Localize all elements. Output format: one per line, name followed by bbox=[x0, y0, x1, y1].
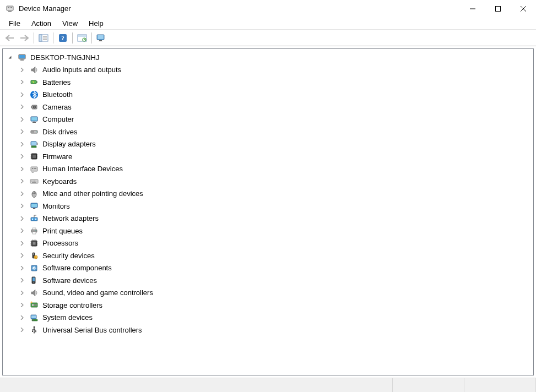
tree-category-node[interactable]: Universal Serial Bus controllers bbox=[6, 324, 530, 336]
tree-category-node[interactable]: Network adapters bbox=[6, 213, 530, 225]
svg-rect-102 bbox=[78, 35, 86, 37]
expand-icon[interactable] bbox=[18, 140, 26, 148]
expand-icon[interactable] bbox=[18, 252, 26, 259]
tree-category-label: Software components bbox=[42, 264, 112, 272]
tree-category-node[interactable]: Software components bbox=[6, 262, 530, 275]
tree-category-label: Bluetooth bbox=[42, 90, 73, 99]
tree-category-node[interactable]: Processors bbox=[6, 237, 530, 250]
tree-category-node[interactable]: Monitors bbox=[6, 200, 530, 213]
menu-help[interactable]: Help bbox=[83, 18, 109, 29]
tree-category-label: Batteries bbox=[42, 78, 71, 86]
tree-category-node[interactable]: Security devices bbox=[6, 249, 530, 262]
expand-icon[interactable] bbox=[18, 314, 26, 322]
devices-and-printers-button[interactable] bbox=[95, 31, 108, 45]
software-component-icon bbox=[29, 263, 39, 273]
device-tree[interactable]: DESKTOP-TNGJNHJAudio inputs and outputsB… bbox=[2, 48, 534, 375]
expand-icon[interactable] bbox=[18, 215, 26, 222]
back-button[interactable] bbox=[3, 31, 17, 45]
toolbar-separator bbox=[34, 32, 34, 43]
app-icon bbox=[6, 4, 14, 13]
expand-icon[interactable] bbox=[18, 227, 26, 235]
speaker-icon bbox=[29, 288, 39, 298]
svg-rect-107 bbox=[99, 41, 102, 41]
bluetooth-icon bbox=[29, 90, 39, 100]
tree-category-node[interactable]: Firmware bbox=[6, 150, 530, 163]
tree-category-label: Monitors bbox=[42, 202, 70, 210]
tree-category-node[interactable]: Computer bbox=[6, 113, 530, 126]
show-hide-tree-button[interactable] bbox=[37, 31, 50, 45]
tree-category-label: Disk drives bbox=[42, 128, 78, 136]
tree-category-label: Software devices bbox=[42, 276, 97, 285]
svg-rect-105 bbox=[98, 35, 104, 39]
tree-category-node[interactable]: Storage controllers bbox=[6, 299, 530, 312]
tree-category-label: Print queues bbox=[42, 227, 83, 235]
expand-icon[interactable] bbox=[18, 91, 26, 99]
svg-rect-86 bbox=[7, 6, 13, 10]
tree-category-node[interactable]: Human Interface Devices bbox=[6, 163, 530, 176]
titlebar: Device Manager bbox=[0, 0, 536, 18]
svg-rect-91 bbox=[496, 6, 501, 11]
tree-category-node[interactable]: Cameras bbox=[6, 101, 530, 113]
forward-button[interactable] bbox=[18, 31, 31, 45]
window-title: Device Manager bbox=[19, 4, 71, 13]
toolbar: ? bbox=[0, 30, 536, 46]
minimize-button[interactable] bbox=[460, 0, 485, 17]
expand-icon[interactable] bbox=[18, 177, 26, 185]
statusbar bbox=[0, 378, 536, 392]
tree-category-node[interactable]: Software devices bbox=[6, 274, 530, 287]
printer-icon bbox=[29, 226, 39, 236]
menu-file[interactable]: File bbox=[3, 18, 26, 29]
svg-rect-95 bbox=[39, 35, 42, 41]
tree-category-node[interactable]: Batteries bbox=[6, 76, 530, 89]
tree-category-node[interactable]: Sound, video and game controllers bbox=[6, 287, 530, 300]
collapse-icon[interactable] bbox=[6, 53, 14, 61]
disk-icon bbox=[29, 127, 39, 137]
battery-icon bbox=[29, 77, 39, 87]
usb-icon bbox=[29, 325, 39, 335]
expand-icon[interactable] bbox=[18, 78, 26, 86]
expand-icon[interactable] bbox=[18, 326, 26, 334]
help-button[interactable]: ? bbox=[56, 31, 69, 45]
tree-category-node[interactable]: Audio inputs and outputs bbox=[6, 64, 530, 77]
tree-category-node[interactable]: System devices bbox=[6, 312, 530, 324]
keyboard-icon bbox=[29, 176, 39, 186]
software-device-icon bbox=[29, 275, 39, 285]
tree-category-node[interactable]: Mice and other pointing devices bbox=[6, 188, 530, 200]
menu-action[interactable]: Action bbox=[26, 18, 57, 29]
expand-icon[interactable] bbox=[18, 165, 26, 173]
expand-icon[interactable] bbox=[18, 103, 26, 111]
system-device-icon bbox=[29, 313, 39, 323]
hid-icon bbox=[29, 164, 39, 174]
menubar: File Action View Help bbox=[0, 18, 536, 30]
expand-icon[interactable] bbox=[18, 66, 26, 74]
scan-hardware-button[interactable] bbox=[75, 31, 89, 45]
tree-category-label: System devices bbox=[42, 313, 93, 322]
toolbar-separator bbox=[53, 32, 53, 43]
expand-icon[interactable] bbox=[18, 153, 26, 160]
expand-icon[interactable] bbox=[18, 289, 26, 297]
expand-icon[interactable] bbox=[18, 128, 26, 135]
expand-icon[interactable] bbox=[18, 264, 26, 272]
svg-rect-106 bbox=[99, 40, 102, 41]
tree-category-node[interactable]: Disk drives bbox=[6, 126, 530, 138]
menu-view[interactable]: View bbox=[57, 18, 83, 29]
tree-category-node[interactable]: Keyboards bbox=[6, 175, 530, 188]
tree-category-node[interactable]: Print queues bbox=[6, 225, 530, 237]
monitor-icon bbox=[29, 115, 39, 124]
expand-icon[interactable] bbox=[18, 202, 26, 210]
maximize-button[interactable] bbox=[485, 0, 511, 17]
tree-category-label: Audio inputs and outputs bbox=[42, 66, 121, 74]
tree-category-node[interactable]: Bluetooth bbox=[6, 89, 530, 101]
tree-root-node[interactable]: DESKTOP-TNGJNHJ bbox=[6, 51, 530, 64]
expand-icon[interactable] bbox=[18, 239, 26, 247]
tree-category-node[interactable]: Display adapters bbox=[6, 138, 530, 151]
monitor-icon bbox=[29, 201, 39, 211]
svg-text:?: ? bbox=[61, 35, 64, 41]
toolbar-separator bbox=[72, 32, 73, 43]
close-button[interactable] bbox=[511, 0, 536, 17]
expand-icon[interactable] bbox=[18, 190, 26, 198]
expand-icon[interactable] bbox=[18, 116, 26, 123]
processor-icon bbox=[29, 238, 39, 248]
expand-icon[interactable] bbox=[18, 301, 26, 309]
expand-icon[interactable] bbox=[18, 276, 26, 284]
